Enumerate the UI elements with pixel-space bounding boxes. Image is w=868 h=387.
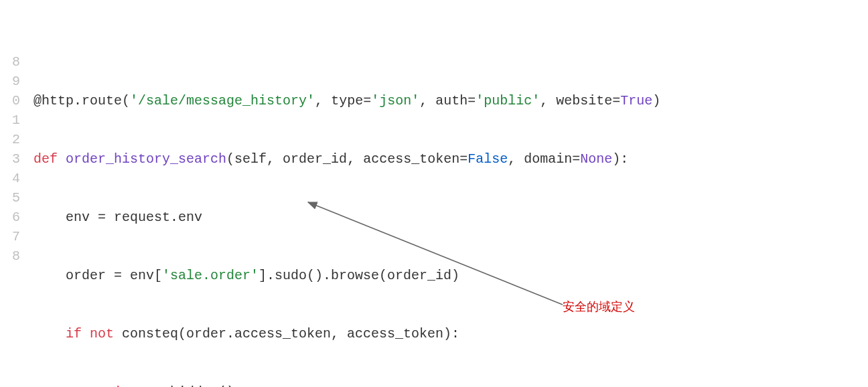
- annotation-label: 安全的域定义: [563, 298, 635, 315]
- line-number: 8: [0, 52, 20, 72]
- code-line: @http.route('/sale/message_history', typ…: [33, 91, 660, 110]
- code-line: env = request.env: [33, 208, 660, 227]
- line-number: 9: [0, 72, 20, 91]
- line-number: 1: [0, 110, 20, 130]
- code-line: raise Forbidden(): [33, 382, 660, 387]
- line-number: 0: [0, 91, 20, 110]
- code-line: order = env['sale.order'].sudo().browse(…: [33, 266, 660, 285]
- code-container: 8 9 0 1 2 3 4 5 6 7 8 @http.route('/sale…: [0, 0, 868, 387]
- line-number: 8: [0, 246, 20, 266]
- line-number: 5: [0, 188, 20, 208]
- code-line: def order_history_search(self, order_id,…: [33, 149, 660, 169]
- code-line: if not consteq(order.access_token, acces…: [33, 324, 660, 343]
- line-number-gutter: 8 9 0 1 2 3 4 5 6 7 8: [0, 52, 33, 387]
- line-number: 3: [0, 149, 20, 169]
- line-number: 2: [0, 130, 20, 149]
- code-block: @http.route('/sale/message_history', typ…: [33, 52, 660, 387]
- line-number: 6: [0, 208, 20, 227]
- line-number: 4: [0, 169, 20, 188]
- line-number: 7: [0, 227, 20, 246]
